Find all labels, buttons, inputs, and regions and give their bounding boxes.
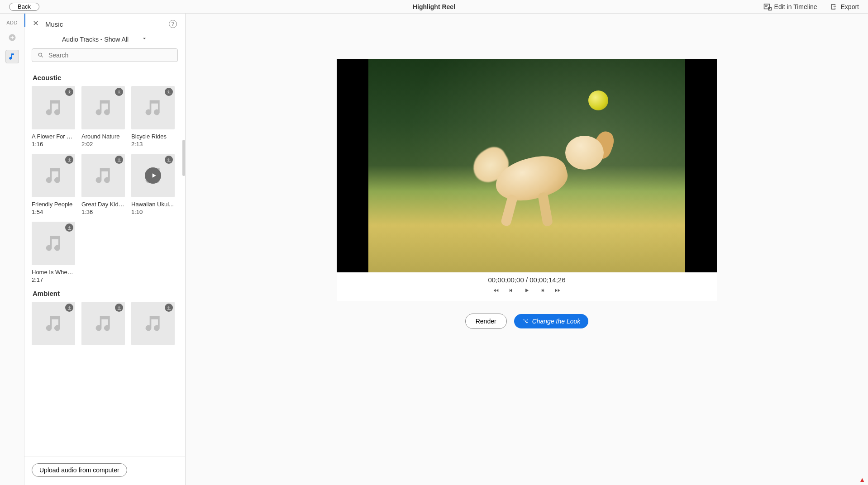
step-back-button[interactable] (508, 287, 515, 295)
change-look-label: Change the Look (532, 318, 581, 325)
music-note-icon (8, 52, 16, 61)
track-title: Friendly People (32, 201, 75, 208)
back-button[interactable]: Back (9, 3, 39, 11)
left-rail: ADD (0, 14, 24, 485)
track-card[interactable]: Home Is Where...2:17 (32, 222, 75, 283)
fast-forward-button[interactable] (554, 287, 561, 295)
close-icon (33, 20, 39, 26)
track-thumb[interactable] (32, 222, 75, 265)
music-panel: Music ? Audio Tracks - Show All Acoustic… (24, 14, 186, 485)
track-card[interactable]: Bicycle Rides2:13 (131, 86, 175, 147)
export-icon (830, 3, 838, 11)
timecode-sep: / (524, 276, 530, 284)
track-thumb[interactable] (32, 86, 75, 129)
page-title: Highlight Reel (413, 3, 455, 10)
track-duration: 1:36 (81, 209, 125, 215)
track-duration: 2:13 (131, 141, 175, 147)
category-title: Ambient (33, 290, 178, 297)
download-badge-icon[interactable] (165, 304, 173, 312)
track-title: Great Day Kiddo (81, 201, 125, 208)
track-thumb[interactable] (131, 86, 175, 129)
download-badge-icon[interactable] (115, 304, 123, 312)
track-title: Around Nature (81, 133, 125, 140)
track-duration: 1:16 (32, 141, 75, 147)
upload-audio-button[interactable]: Upload audio from computer (32, 463, 127, 477)
change-look-button[interactable]: Change the Look (514, 314, 589, 328)
track-grid: A Flower For You1:16Around Nature2:02Bic… (32, 86, 178, 283)
track-thumb[interactable] (131, 302, 175, 345)
track-duration: 2:17 (32, 276, 75, 283)
track-duration: 1:54 (32, 209, 75, 215)
export-label: Export (841, 3, 859, 10)
track-card[interactable] (131, 302, 175, 345)
download-badge-icon[interactable] (165, 156, 173, 164)
play-overlay-icon[interactable] (145, 167, 161, 184)
scrollbar[interactable] (182, 140, 185, 176)
track-thumb[interactable] (81, 302, 125, 345)
track-card[interactable] (32, 302, 75, 345)
edit-timeline-label: Edit in Timeline (774, 3, 817, 10)
track-duration: 1:10 (131, 209, 175, 215)
download-badge-icon[interactable] (115, 156, 123, 164)
download-badge-icon[interactable] (165, 88, 173, 96)
preview-area: 00;00;00;00 / 00;00;14;26 Render Change … (186, 14, 868, 485)
download-badge-icon[interactable] (65, 156, 73, 164)
search-icon (38, 52, 44, 58)
track-card[interactable]: Hawaiian Ukul...1:10 (131, 154, 175, 215)
timecode-display: 00;00;00;00 / 00;00;14;26 (337, 272, 717, 285)
plus-circle-icon (8, 33, 16, 42)
track-thumb[interactable] (81, 154, 125, 197)
track-title: Hawaiian Ukul... (131, 201, 175, 208)
rail-add-label: ADD (6, 20, 18, 25)
track-thumb[interactable] (32, 154, 75, 197)
export-button[interactable]: Export (830, 3, 859, 11)
track-thumb[interactable] (131, 154, 175, 197)
step-forward-button[interactable] (539, 287, 545, 295)
filter-label: Audio Tracks - Show All (62, 36, 129, 43)
track-card[interactable]: Great Day Kiddo1:36 (81, 154, 125, 215)
track-card[interactable] (81, 302, 125, 345)
transport-controls (337, 285, 717, 301)
search-input-wrap[interactable] (32, 48, 178, 62)
download-badge-icon[interactable] (115, 88, 123, 96)
tracks-scroll[interactable]: AcousticA Flower For You1:16Around Natur… (24, 67, 185, 456)
render-button[interactable]: Render (465, 314, 507, 329)
track-card[interactable]: A Flower For You1:16 (32, 86, 75, 147)
music-tab-button[interactable] (5, 50, 19, 63)
svg-point-5 (38, 53, 42, 56)
search-input[interactable] (48, 52, 172, 59)
download-badge-icon[interactable] (65, 88, 73, 96)
shuffle-icon (522, 318, 529, 324)
timecode-current: 00;00;00;00 (488, 276, 524, 284)
track-thumb[interactable] (81, 86, 125, 129)
timeline-icon (763, 3, 772, 11)
topbar: Back Highlight Reel Edit in Timeline Exp… (0, 0, 868, 14)
help-button[interactable]: ? (169, 20, 177, 28)
timecode-total: 00;00;14;26 (529, 276, 565, 284)
video-preview[interactable] (337, 59, 717, 272)
rewind-button[interactable] (493, 287, 499, 295)
track-grid (32, 302, 178, 345)
play-button[interactable] (524, 287, 530, 295)
download-badge-icon[interactable] (65, 223, 73, 232)
preview-frame-image (368, 59, 685, 272)
download-badge-icon[interactable] (65, 304, 73, 312)
filter-dropdown[interactable]: Audio Tracks - Show All (24, 33, 185, 48)
add-media-button[interactable] (5, 31, 19, 44)
category-title: Acoustic (33, 74, 178, 81)
track-card[interactable]: Friendly People1:54 (32, 154, 75, 215)
track-duration: 2:02 (81, 141, 125, 147)
close-panel-button[interactable] (33, 20, 39, 28)
track-title: Bicycle Rides (131, 133, 175, 140)
panel-accent (24, 14, 25, 27)
track-card[interactable]: Around Nature2:02 (81, 86, 125, 147)
track-title: Home Is Where... (32, 269, 75, 276)
chevron-down-icon (141, 35, 148, 43)
svg-line-6 (42, 56, 43, 57)
track-title: A Flower For You (32, 133, 75, 140)
warning-icon[interactable]: ▲ (859, 476, 865, 483)
edit-timeline-button[interactable]: Edit in Timeline (763, 3, 817, 11)
track-thumb[interactable] (32, 302, 75, 345)
panel-title: Music (45, 20, 63, 28)
